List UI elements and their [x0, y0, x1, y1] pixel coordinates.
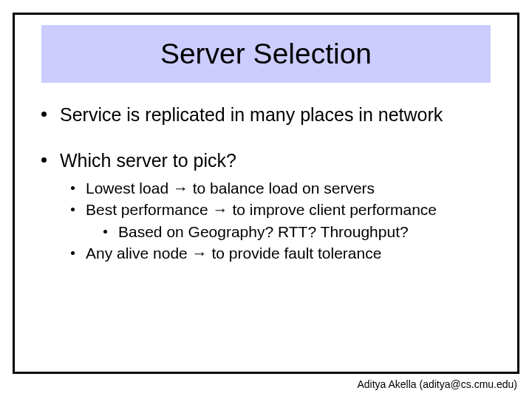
sub-bullet-item: Any alive node → to provide fault tolera…	[71, 244, 502, 263]
bullet-dot-icon	[71, 251, 75, 255]
sub-bullet-item: Best performance → to improve client per…	[71, 200, 502, 219]
slide-title: Server Selection	[160, 38, 372, 70]
sub-bullet-text: Best performance → to improve client per…	[86, 200, 437, 219]
bullet-item: Service is replicated in many places in …	[41, 103, 502, 126]
bullet-item: Which server to pick?	[41, 149, 502, 171]
sub-sub-bullet-item: Based on Geography? RTT? Throughput?	[103, 222, 502, 242]
bullet-dot-icon	[41, 112, 47, 117]
content-area: Service is replicated in many places in …	[41, 103, 502, 265]
bullet-dot-icon	[71, 208, 75, 211]
bullet-text: Which server to pick?	[60, 149, 236, 171]
sub-bullet-text: Any alive node → to provide fault tolera…	[86, 244, 381, 263]
title-box: Server Selection	[41, 25, 491, 83]
bullet-dot-icon	[103, 230, 107, 233]
sub-bullet-item: Lowest load → to balance load on servers	[71, 179, 502, 198]
footer-attribution: Aditya Akella (aditya@cs.cmu.edu)	[357, 378, 517, 390]
sub-bullet-text: Lowest load → to balance load on servers	[86, 179, 375, 198]
sub-sub-bullet-text: Based on Geography? RTT? Throughput?	[118, 222, 409, 242]
bullet-dot-icon	[71, 186, 75, 190]
sub-bullet-group: Lowest load → to balance load on servers…	[71, 179, 502, 263]
bullet-text: Service is replicated in many places in …	[60, 103, 443, 126]
bullet-dot-icon	[41, 157, 47, 163]
sub-sub-bullet-group: Based on Geography? RTT? Throughput?	[103, 222, 502, 242]
